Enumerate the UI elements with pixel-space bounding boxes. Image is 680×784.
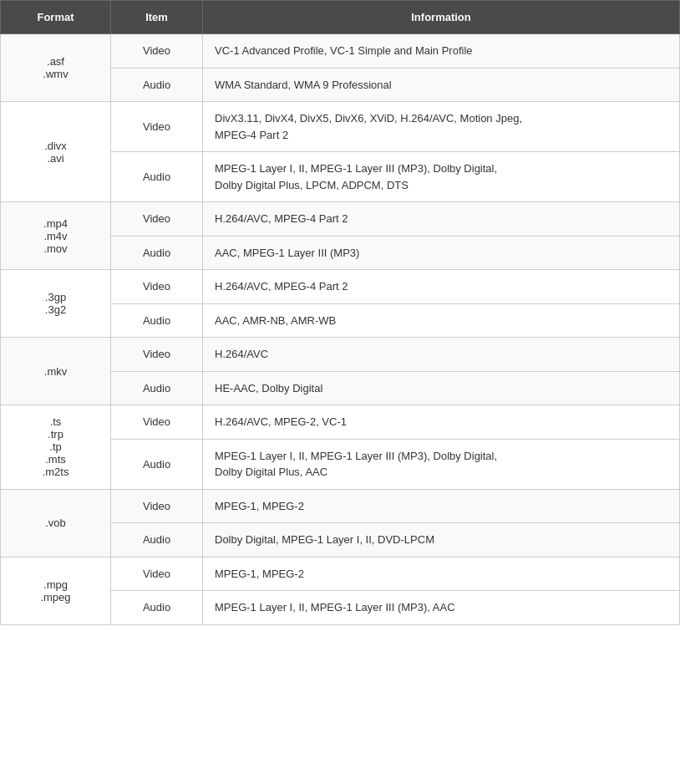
format-cell: .3gp .3g2 <box>1 270 111 338</box>
format-cell: .ts .trp .tp .mts .m2ts <box>1 405 111 490</box>
info-cell: MPEG-1 Layer I, II, MPEG-1 Layer III (MP… <box>203 152 680 202</box>
info-cell: AAC, AMR-NB, AMR-WB <box>203 303 680 338</box>
format-cell: .mp4 .m4v .mov <box>1 202 111 270</box>
item-cell: Video <box>111 270 203 304</box>
item-cell: Audio <box>111 236 203 270</box>
table-row: .mp4 .m4v .movVideoH.264/AVC, MPEG-4 Par… <box>1 202 680 237</box>
format-cell: .asf .wmv <box>1 34 111 102</box>
item-cell: Video <box>111 102 203 152</box>
format-table: Format Item Information .asf .wmvVideoVC… <box>0 0 680 625</box>
format-cell: .divx .avi <box>1 102 111 202</box>
item-cell: Audio <box>111 152 203 202</box>
info-cell: MPEG-1 Layer I, II, MPEG-1 Layer III (MP… <box>203 439 680 489</box>
format-cell: .mpg .mpeg <box>1 557 111 624</box>
header-information: Information <box>203 1 680 34</box>
info-cell: MPEG-1, MPEG-2 <box>203 557 680 591</box>
format-cell: .vob <box>1 489 111 557</box>
info-cell: VC-1 Advanced Profile, VC-1 Simple and M… <box>203 34 680 69</box>
table-row: .mkvVideoH.264/AVC <box>1 338 680 372</box>
info-cell: H.264/AVC, MPEG-4 Part 2 <box>203 202 680 237</box>
format-cell: .mkv <box>1 338 111 405</box>
item-cell: Audio <box>111 303 203 338</box>
table-row: .asf .wmvVideoVC-1 Advanced Profile, VC-… <box>1 34 680 69</box>
info-cell: WMA Standard, WMA 9 Professional <box>203 68 680 102</box>
item-cell: Video <box>111 338 203 372</box>
table-row: .3gp .3g2VideoH.264/AVC, MPEG-4 Part 2 <box>1 270 680 304</box>
item-cell: Audio <box>111 591 203 625</box>
table-row: .divx .aviVideoDivX3.11, DivX4, DivX5, D… <box>1 102 680 152</box>
table-row: .ts .trp .tp .mts .m2tsVideoH.264/AVC, M… <box>1 405 680 440</box>
info-cell: Dolby Digital, MPEG-1 Layer I, II, DVD-L… <box>203 523 680 557</box>
item-cell: Video <box>111 202 203 237</box>
item-cell: Audio <box>111 371 203 405</box>
item-cell: Video <box>111 557 203 591</box>
header-item: Item <box>111 1 203 34</box>
info-cell: H.264/AVC, MPEG-4 Part 2 <box>203 270 680 304</box>
item-cell: Audio <box>111 68 203 102</box>
info-cell: MPEG-1 Layer I, II, MPEG-1 Layer III (MP… <box>203 591 680 625</box>
info-cell: H.264/AVC <box>203 338 680 372</box>
info-cell: MPEG-1, MPEG-2 <box>203 489 680 523</box>
table-row: .vobVideoMPEG-1, MPEG-2 <box>1 489 680 523</box>
table-row: .mpg .mpegVideoMPEG-1, MPEG-2 <box>1 557 680 591</box>
info-cell: H.264/AVC, MPEG-2, VC-1 <box>203 405 680 440</box>
item-cell: Audio <box>111 439 203 489</box>
info-cell: HE-AAC, Dolby Digital <box>203 371 680 405</box>
item-cell: Video <box>111 34 203 69</box>
info-cell: DivX3.11, DivX4, DivX5, DivX6, XViD, H.2… <box>203 102 680 152</box>
info-cell: AAC, MPEG-1 Layer III (MP3) <box>203 236 680 270</box>
item-cell: Audio <box>111 523 203 557</box>
item-cell: Video <box>111 489 203 523</box>
item-cell: Video <box>111 405 203 440</box>
header-format: Format <box>1 1 111 34</box>
